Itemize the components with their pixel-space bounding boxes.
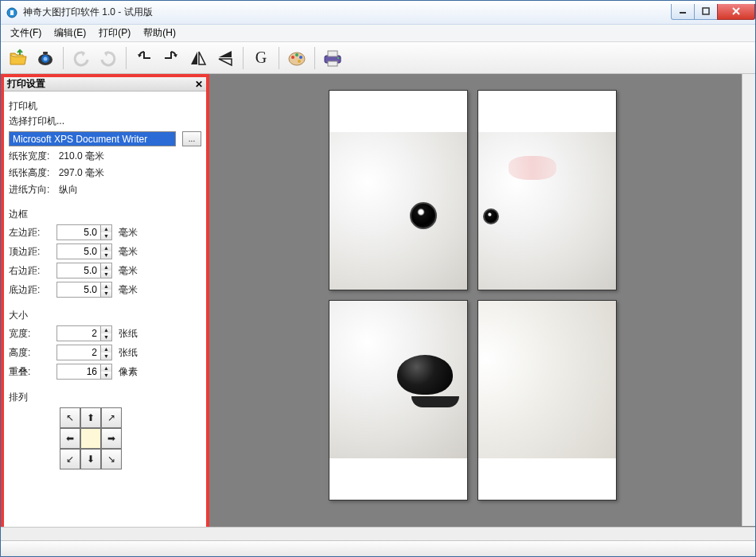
preview-canvas[interactable]	[209, 74, 755, 540]
margin-right-stepper[interactable]: ▲▼	[101, 263, 112, 278]
align-top-left[interactable]: ↖	[60, 407, 80, 428]
print-button[interactable]	[320, 45, 345, 71]
margin-bottom-input[interactable]	[57, 282, 101, 298]
panel-titlebar: 打印设置 ✕	[4, 77, 206, 92]
height-input[interactable]	[57, 345, 101, 360]
color-palette-button[interactable]	[284, 45, 310, 71]
align-bottom[interactable]: ⬇	[80, 449, 101, 469]
svg-point-11	[291, 56, 294, 59]
paper-height-label: 纸张高度:	[9, 166, 49, 180]
svg-rect-9	[43, 52, 48, 54]
toolbar-separator	[63, 47, 64, 69]
align-top-right[interactable]: ↗	[101, 407, 122, 428]
printer-browse-button[interactable]: ...	[182, 131, 201, 146]
titlebar: 神奇大图打印软件 1.0 - 试用版	[1, 1, 755, 25]
menu-edit[interactable]: 编辑(E)	[48, 25, 92, 41]
open-file-button[interactable]	[6, 45, 31, 71]
margin-top-label: 顶边距:	[9, 245, 53, 259]
window-controls	[672, 4, 755, 21]
printer-dropdown[interactable]: Microsoft XPS Document Writer	[9, 131, 176, 146]
margin-right-input[interactable]	[57, 263, 101, 278]
vertical-scrollbar[interactable]	[742, 74, 755, 526]
app-icon	[6, 6, 18, 19]
close-button[interactable]	[717, 4, 755, 20]
page-tile-3	[329, 300, 468, 501]
height-label: 高度:	[9, 346, 53, 360]
width-stepper[interactable]: ▲▼	[101, 325, 112, 341]
align-left[interactable]: ⬅	[60, 428, 80, 449]
page-tile-1	[329, 90, 468, 290]
toolbar-separator	[126, 47, 127, 69]
page-tile-2	[477, 90, 617, 290]
redo-button[interactable]	[95, 45, 121, 71]
margin-top-stepper[interactable]: ▲▼	[101, 243, 112, 259]
menubar: 文件(F) 编辑(E) 打印(P) 帮助(H)	[1, 25, 755, 42]
svg-point-18	[337, 57, 339, 59]
menu-help[interactable]: 帮助(H)	[137, 25, 182, 41]
svg-rect-1	[10, 10, 14, 15]
horizontal-scrollbar[interactable]	[1, 527, 755, 540]
svg-point-12	[295, 53, 298, 56]
width-label: 宽度:	[9, 327, 53, 341]
paper-width-label: 纸张宽度:	[9, 150, 49, 163]
printer-heading: 打印机	[9, 99, 201, 113]
size-heading: 大小	[9, 309, 201, 322]
flip-vertical-button[interactable]	[212, 45, 238, 71]
overlap-input[interactable]	[57, 364, 101, 380]
margin-left-stepper[interactable]: ▲▼	[101, 224, 112, 240]
svg-rect-3	[703, 8, 709, 14]
toolbar-separator	[243, 47, 244, 69]
paper-height-value: 297.0 毫米	[59, 166, 104, 180]
print-settings-panel: 打印设置 ✕ 打印机 选择打印机... Microsoft XPS Docume…	[1, 74, 209, 540]
panel-body: 打印机 选择打印机... Microsoft XPS Document Writ…	[4, 92, 206, 537]
border-heading: 边框	[9, 208, 201, 221]
rotate-cw-button[interactable]	[158, 45, 184, 71]
align-bottom-left[interactable]: ↙	[60, 449, 80, 469]
undo-button[interactable]	[68, 45, 94, 71]
overlap-stepper[interactable]: ▲▼	[101, 364, 112, 380]
align-bottom-right[interactable]: ↘	[101, 449, 122, 469]
grayscale-button[interactable]: G	[248, 45, 274, 71]
width-input[interactable]	[57, 325, 101, 341]
menu-print[interactable]: 打印(P)	[92, 25, 137, 41]
page-tile-4	[477, 300, 617, 501]
paper-width-value: 210.0 毫米	[59, 150, 104, 163]
rotate-ccw-button[interactable]	[131, 45, 157, 71]
panel-close-icon[interactable]: ✕	[195, 79, 203, 90]
arrange-heading: 排列	[9, 391, 201, 404]
align-center[interactable]	[80, 428, 101, 449]
margin-left-input[interactable]	[57, 224, 101, 240]
menu-file[interactable]: 文件(F)	[4, 25, 48, 41]
maximize-button[interactable]	[694, 4, 718, 20]
app-window: 神奇大图打印软件 1.0 - 试用版 文件(F) 编辑(E) 打印(P) 帮助(…	[0, 0, 756, 557]
camera-button[interactable]	[33, 45, 58, 71]
margin-left-label: 左边距:	[9, 226, 53, 240]
svg-point-13	[299, 56, 302, 59]
svg-rect-16	[328, 51, 337, 56]
height-stepper[interactable]: ▲▼	[101, 345, 112, 360]
margin-bottom-stepper[interactable]: ▲▼	[101, 282, 112, 298]
client-area: 打印设置 ✕ 打印机 选择打印机... Microsoft XPS Docume…	[1, 74, 755, 540]
alignment-grid: ↖ ⬆ ↗ ⬅ ➡ ↙ ⬇ ↘	[60, 407, 201, 469]
unit-px: 像素	[119, 365, 138, 379]
align-top[interactable]: ⬆	[80, 407, 101, 428]
overlap-label: 重叠:	[9, 365, 53, 379]
flip-horizontal-button[interactable]	[185, 45, 211, 71]
page-grid	[329, 90, 617, 501]
window-title: 神奇大图打印软件 1.0 - 试用版	[23, 6, 672, 19]
statusbar	[1, 540, 755, 556]
toolbar-separator	[279, 47, 279, 69]
feed-direction-value: 纵向	[59, 183, 78, 197]
select-printer-label: 选择打印机...	[9, 115, 201, 128]
panel-title-text: 打印设置	[7, 77, 45, 91]
margin-top-input[interactable]	[57, 243, 101, 259]
align-right[interactable]: ➡	[101, 428, 122, 449]
svg-point-8	[44, 56, 48, 60]
toolbar: G	[1, 42, 755, 74]
margin-bottom-label: 底边距:	[9, 283, 53, 297]
unit-mm: 毫米	[119, 226, 138, 240]
svg-point-14	[298, 60, 301, 63]
minimize-button[interactable]	[671, 4, 695, 20]
toolbar-separator	[314, 47, 315, 69]
unit-sheets: 张纸	[119, 327, 138, 341]
